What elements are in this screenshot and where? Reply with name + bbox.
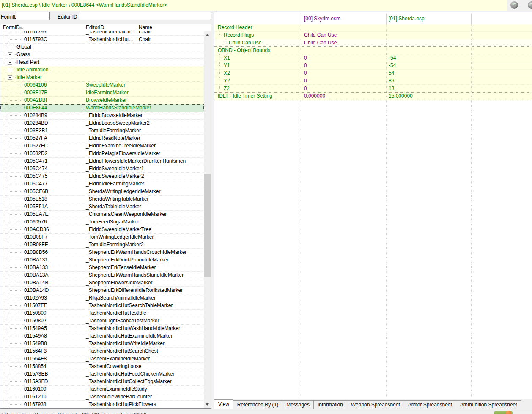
collapse-icon[interactable] <box>8 75 12 80</box>
column-header-formid[interactable]: FormID <box>3 25 20 30</box>
scroll-up-button[interactable] <box>204 31 211 38</box>
tree-row[interactable]: 0105C477_EldridIdleFarmingMarker <box>0 180 204 188</box>
tree-row[interactable]: 011564F8_TasheniExamineIdleMarker <box>0 355 204 363</box>
tree-row[interactable]: 0105C475_EldridSweepIdleMarker2 <box>0 173 204 180</box>
tree-row[interactable]: 01102A93_RikjaSearchAnimalIdleMarker <box>0 294 204 302</box>
tree-row[interactable]: 01060576_TomFeedSugarMarker <box>0 218 204 226</box>
tree-row[interactable]: 0105C474_EldridSweepIdleMarker1 <box>0 165 204 173</box>
tree-row[interactable]: 010532D2_EldridPelagiaFlowersIdleMarker <box>0 150 204 158</box>
value-cell-sherda[interactable]: 13 <box>389 85 394 92</box>
tab-referenced-by-1-[interactable]: Referenced By (1) <box>233 400 282 409</box>
tree-row[interactable]: 011549A5_TasheniNordicHutWashHandsIdleMa… <box>0 325 204 332</box>
tree-connector <box>10 389 23 389</box>
tree-row[interactable]: 011507FE_TasheniNordicHutSearchTableMark… <box>0 302 204 310</box>
column-header-editorid[interactable]: EditorID <box>86 25 104 30</box>
navigate-forward-button[interactable] <box>528 1 532 9</box>
tree-row[interactable]: 010BA131_ShepherdErkDrinkPotionIdleMarke… <box>0 256 204 264</box>
tree-row[interactable]: 01158854_TasheniCoweringLoose <box>0 363 204 370</box>
plugin-column-header[interactable]: [00] Skyrim.esm <box>304 16 340 22</box>
formid-cell: 01102A93 <box>24 294 47 302</box>
tree-row[interactable]: 010527FA_EldridReadNoteMarker <box>0 135 204 142</box>
tree-row[interactable]: 010BA13A_ShepherdErkWarmHandsStandIdleMa… <box>0 272 204 279</box>
tree-row[interactable]: 0116793C_TasheniNordicHut...Chair <box>0 36 204 44</box>
tree-row[interactable]: 01160109_TasheniExamineIdleStudy <box>0 386 204 393</box>
tree-row[interactable]: 0105CF6B_SherdaWritingLedgerIdleMarker <box>0 188 204 196</box>
tree-row[interactable]: 00064106SweepIdleMarker <box>0 82 204 89</box>
tree-row[interactable]: Idle Animation <box>0 66 204 74</box>
tab-messages[interactable]: Messages <box>282 400 314 409</box>
tree-row[interactable]: 010284BD_EldridLooseSweepMarker2 <box>0 120 204 127</box>
tree-row[interactable]: 011549A8_TasheniNordicHutExamineIdleMark… <box>0 332 204 340</box>
formid-cell: 010BA14D <box>24 287 49 294</box>
value-cell-sherda[interactable]: -54 <box>389 54 396 62</box>
tree-row[interactable]: 0105EA7E_ChiomaraCleanWeaponIdleMarker <box>0 211 204 218</box>
tree-row[interactable]: 01150800_TasheniNordicHutTestIdle <box>0 310 204 317</box>
tree-connector <box>10 199 23 199</box>
tree-row[interactable]: 010284B9_EldridBrowseIdleMarker <box>0 112 204 120</box>
tree-row[interactable]: 011549B8_TasheniNordicHutWriteIdleMarker <box>0 340 204 348</box>
tab-armor-spreadsheet[interactable]: Armor Spreadsheet <box>404 400 456 409</box>
tree-row[interactable]: 010B08FE_TomIdleFarmingMarker2 <box>0 241 204 249</box>
formid-filter-input[interactable] <box>16 12 50 20</box>
tree-row[interactable]: 000A2BBFBrowseIdleMarker <box>0 97 204 104</box>
tree-row[interactable]: Global <box>0 44 204 51</box>
tree-row[interactable]: 0115A3FD_TasheniNordicHutCollectEggsMark… <box>0 378 204 386</box>
tree-row[interactable]: 010BA14D_ShepherdErkDifferentIdleRorikst… <box>0 287 204 294</box>
value-cell-skyrim[interactable]: 0.000000 <box>304 93 325 100</box>
tree-row[interactable]: 0008F17BIdleFarmingMarker <box>0 89 204 97</box>
tree-row[interactable]: 010B08F7_TomWritingLedgerIdleMarker <box>0 234 204 241</box>
tab-weapon-spreadsheet[interactable]: Weapon Spreadsheet <box>347 400 404 409</box>
tree-row[interactable]: 010527FC_EldridExamineTreeIdleMarker <box>0 142 204 150</box>
tree-row[interactable]: 010BA133_ShepherdErkTenseIdleMarker <box>0 264 204 272</box>
tree-row[interactable]: 0105E51A_SherdaTableIdleMarker <box>0 203 204 211</box>
tree-row[interactable]: 010BA14B_ShepherdFlowersIdleMarker <box>0 279 204 287</box>
value-cell-sherda[interactable]: 54 <box>389 70 394 77</box>
editorid-filter-input[interactable] <box>79 12 211 20</box>
value-cell-sherda[interactable]: 89 <box>389 77 394 84</box>
tree-row[interactable]: 01161210_TasheniIdleWipeBarCounter <box>0 393 204 401</box>
tab-ammunition-spreadsheet[interactable]: Ammunition Spreadsheet <box>456 400 521 409</box>
expand-icon[interactable] <box>8 60 12 65</box>
tree-row[interactable]: 0115A3EB_TasheniNordicHutFeedChickenMark… <box>0 370 204 378</box>
value-cell-skyrim[interactable]: 0 <box>304 85 307 92</box>
column-header-name[interactable]: Name <box>139 25 152 30</box>
tree-row[interactable]: 01167938_TasheniNordicHutPickFlowers <box>0 401 204 408</box>
tree-row[interactable]: 000E8644WarmHandsStandIdleMarker <box>0 104 204 112</box>
tree-row[interactable]: 0105C471_EldridFlowersIdleMarkerDrunkenH… <box>0 158 204 165</box>
value-cell-skyrim[interactable]: 0 <box>304 62 307 69</box>
tree-row[interactable]: 010B8B56_ShepherdErkWarmHandsCrouchIdleM… <box>0 249 204 256</box>
tree-row[interactable]: 010ACD36_EldridSweepIdleMarkerTree <box>0 226 204 234</box>
value-cell-skyrim[interactable]: 0 <box>304 70 307 77</box>
tree-row[interactable]: 01101799_TasheniOrientalCh...Chair <box>0 31 204 36</box>
tree-row[interactable]: 0103E3B1_TomIdleFarmingMarker <box>0 127 204 135</box>
tree-row[interactable]: Head Part <box>0 59 204 66</box>
tab-view[interactable]: View <box>214 399 233 409</box>
scrollbar-thumb[interactable] <box>204 174 211 277</box>
tree-scrollbar[interactable] <box>204 31 211 408</box>
value-cell-sherda[interactable]: -54 <box>389 62 396 69</box>
status-bar: Filtering done: Processed Records: 99574… <box>0 409 532 414</box>
tree-connector <box>13 47 16 47</box>
editorid-cell: _SherdaTableIdleMarker <box>86 203 141 210</box>
formid-cell: 0115A3FD <box>24 378 48 385</box>
editorid-cell: _ShepherdErkWarmHandsCrouchIdleMarker <box>86 249 186 256</box>
tree-row[interactable]: Idle Marker <box>0 74 204 82</box>
value-cell-skyrim[interactable]: Child Can Use <box>304 32 337 39</box>
tree-row[interactable]: 0105E518_SherdaWritingTableMarker <box>0 196 204 203</box>
tree-row[interactable]: 01150802_TasheniLightSconceTestMarker <box>0 317 204 325</box>
editorid-filter-label: Editor ID <box>58 14 77 20</box>
editorid-cell: _TasheniNordicHutFeedChickenMarker <box>86 370 174 378</box>
expand-icon[interactable] <box>8 68 12 72</box>
tree-row[interactable]: 011564F3_TasheniNordicHutSearchChest <box>0 348 204 355</box>
value-cell-sherda[interactable]: 15.000000 <box>389 93 413 100</box>
value-cell-skyrim[interactable]: 0 <box>304 77 307 84</box>
plugin-column-header[interactable]: [01] Sherda.esp <box>389 16 425 22</box>
value-cell-skyrim[interactable]: Child Can Use <box>304 39 337 46</box>
expand-icon[interactable] <box>8 45 12 49</box>
navigate-back-button[interactable] <box>510 1 518 9</box>
scroll-down-button[interactable] <box>204 401 211 408</box>
tab-information[interactable]: Information <box>313 400 347 409</box>
expand-icon[interactable] <box>8 52 12 57</box>
tree-row[interactable]: Grass <box>0 51 204 59</box>
value-cell-skyrim[interactable]: 0 <box>304 54 307 62</box>
